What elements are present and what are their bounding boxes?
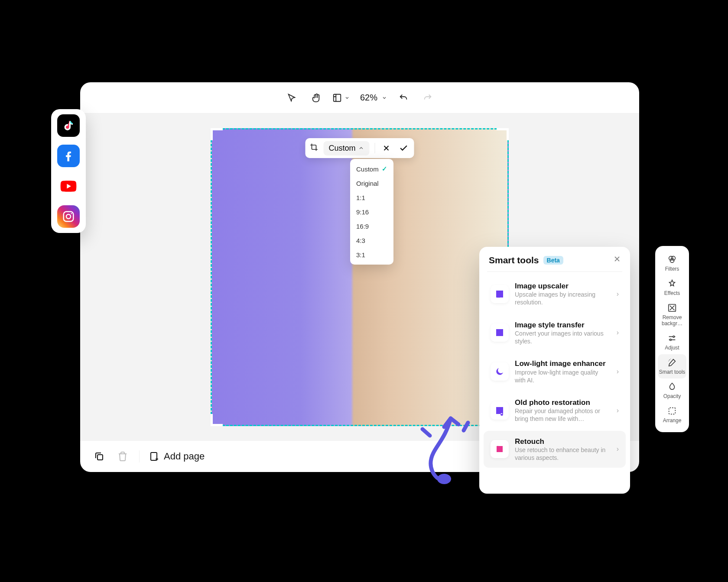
youtube-button[interactable] bbox=[57, 175, 80, 197]
rail-arrange[interactable]: Arrange bbox=[658, 403, 686, 427]
opacity-icon bbox=[667, 382, 677, 391]
tool-style-transfer[interactable]: Image style transfer Convert your images… bbox=[484, 314, 626, 352]
adjust-icon bbox=[667, 333, 677, 343]
close-panel-button[interactable] bbox=[613, 255, 621, 265]
delete-page-button[interactable] bbox=[116, 449, 130, 463]
svg-rect-3 bbox=[64, 212, 74, 222]
smart-tools-icon bbox=[667, 358, 677, 367]
ratio-option-1-1[interactable]: 1:1 bbox=[350, 191, 393, 205]
rail-smart-tools[interactable]: Smart tools bbox=[658, 354, 686, 378]
crop-handle-tl[interactable] bbox=[211, 128, 223, 140]
svg-point-10 bbox=[673, 336, 675, 338]
svg-text:4K: 4K bbox=[497, 296, 500, 298]
hand-tool[interactable] bbox=[308, 90, 324, 106]
svg-point-14 bbox=[437, 474, 451, 484]
restore-icon bbox=[491, 401, 509, 420]
svg-rect-0 bbox=[334, 94, 341, 101]
svg-point-5 bbox=[71, 213, 72, 214]
rail-filters[interactable]: Filters bbox=[658, 251, 686, 275]
crop-cancel[interactable] bbox=[380, 142, 393, 154]
remove-bg-icon bbox=[667, 303, 677, 313]
crop-handle-tr[interactable] bbox=[497, 128, 509, 140]
tool-image-upscaler[interactable]: 4K Image upscaler Upscale images by incr… bbox=[484, 275, 626, 313]
retouch-icon bbox=[491, 440, 509, 458]
crop-controls: Custom bbox=[305, 138, 414, 158]
zoom-value: 62% bbox=[358, 93, 379, 103]
crop-ratio-menu: Custom✓ Original 1:1 9:16 16:9 4:3 3:1 bbox=[350, 159, 393, 265]
zoom-dropdown[interactable]: 62% bbox=[358, 93, 387, 103]
svg-point-4 bbox=[66, 214, 71, 219]
chevron-right-icon: › bbox=[617, 445, 619, 453]
smart-tools-panel: Smart tools Beta 4K Image upscaler Upsca… bbox=[479, 247, 630, 494]
duplicate-page-button[interactable] bbox=[92, 449, 106, 463]
right-tool-rail: Filters Effects Remove backgr… Adjust Sm… bbox=[655, 246, 689, 432]
divider bbox=[487, 272, 622, 272]
facebook-button[interactable] bbox=[57, 145, 80, 167]
tiktok-button[interactable] bbox=[57, 114, 80, 137]
ratio-option-3-1[interactable]: 3:1 bbox=[350, 248, 393, 262]
crop-ratio-selected: Custom bbox=[328, 144, 355, 153]
style-transfer-icon bbox=[491, 323, 509, 342]
svg-rect-1 bbox=[98, 455, 103, 460]
editor-toolbar: 62% bbox=[80, 82, 639, 113]
chevron-right-icon: › bbox=[617, 329, 619, 336]
divider bbox=[375, 143, 375, 153]
undo-button[interactable] bbox=[396, 90, 411, 106]
filters-icon bbox=[667, 255, 677, 264]
tool-low-light-enhancer[interactable]: Low-light image enhancer Improve low‑lig… bbox=[484, 353, 626, 390]
beta-badge: Beta bbox=[543, 256, 563, 265]
divider bbox=[139, 450, 140, 462]
instagram-button[interactable] bbox=[57, 205, 80, 228]
effects-icon bbox=[667, 279, 677, 288]
svg-point-7 bbox=[671, 256, 675, 260]
smart-tools-title: Smart tools bbox=[489, 255, 539, 265]
chevron-right-icon: › bbox=[617, 290, 619, 298]
arrange-icon bbox=[667, 406, 677, 416]
crop-ratio-dropdown[interactable]: Custom bbox=[323, 141, 369, 155]
crop-handle-bl[interactable] bbox=[211, 414, 223, 426]
chevron-right-icon: › bbox=[617, 407, 619, 414]
rail-remove-bg[interactable]: Remove backgr… bbox=[658, 300, 686, 330]
crop-icon bbox=[309, 143, 318, 153]
add-page-button[interactable]: Add page bbox=[149, 451, 205, 462]
pointer-tool[interactable] bbox=[284, 90, 299, 106]
ratio-option-4-3[interactable]: 4:3 bbox=[350, 233, 393, 248]
ratio-option-16-9[interactable]: 16:9 bbox=[350, 219, 393, 233]
ratio-option-custom[interactable]: Custom✓ bbox=[350, 162, 393, 176]
smart-tools-header: Smart tools Beta bbox=[479, 247, 630, 272]
layout-dropdown[interactable] bbox=[332, 93, 350, 103]
svg-rect-12 bbox=[669, 408, 676, 414]
tool-retouch[interactable]: Retouch Use retouch to enhance beauty in… bbox=[484, 431, 626, 468]
svg-point-8 bbox=[670, 259, 674, 262]
add-page-label: Add page bbox=[164, 451, 205, 462]
check-icon: ✓ bbox=[382, 165, 387, 173]
rail-effects[interactable]: Effects bbox=[658, 275, 686, 300]
rail-opacity[interactable]: Opacity bbox=[658, 378, 686, 403]
ratio-option-9-16[interactable]: 9:16 bbox=[350, 205, 393, 219]
chevron-right-icon: › bbox=[617, 368, 619, 375]
upscale-icon: 4K bbox=[491, 285, 509, 303]
low-light-icon bbox=[491, 362, 509, 381]
rail-adjust[interactable]: Adjust bbox=[658, 330, 686, 354]
tool-old-photo-restoration[interactable]: Old photo restoration Repair your damage… bbox=[484, 392, 626, 429]
crop-confirm[interactable] bbox=[398, 142, 410, 154]
ratio-option-original[interactable]: Original bbox=[350, 176, 393, 191]
svg-point-11 bbox=[670, 339, 672, 341]
crop-frame[interactable]: Custom Custom✓ Original 1:1 9:16 bbox=[211, 128, 509, 426]
social-share-strip bbox=[51, 109, 86, 233]
redo-button[interactable] bbox=[420, 90, 436, 106]
